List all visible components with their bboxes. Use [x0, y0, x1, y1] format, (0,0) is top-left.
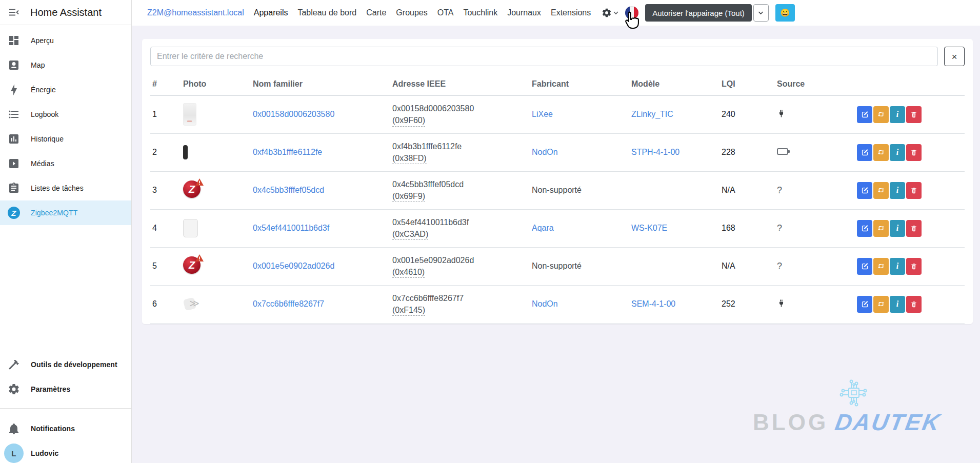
- device-name-link[interactable]: 0x00158d0006203580: [253, 110, 334, 118]
- delete-device-button[interactable]: [906, 144, 922, 161]
- sidebar-item-dev-tools[interactable]: Outils de développement: [0, 352, 131, 377]
- ieee-address: 0x00158d0006203580(0x9F60): [392, 103, 526, 127]
- info-icon: i: [896, 110, 898, 119]
- sidebar-item-notifications[interactable]: Notifications: [0, 416, 131, 441]
- edit-device-button[interactable]: [857, 182, 872, 199]
- device-photo-aqara-switch: [183, 219, 198, 237]
- table-row: 6 ≫ 0x7cc6b6fffe8267f7 0x7cc6b6fffe8267f…: [150, 285, 965, 323]
- dashboard-icon: [8, 34, 20, 47]
- hammer-icon: [8, 358, 20, 371]
- chart-icon: [8, 133, 20, 145]
- sidebar-item-apercu[interactable]: Aperçu: [0, 28, 131, 53]
- nav-item-ota[interactable]: OTA: [437, 8, 454, 17]
- source-battery-icon: [777, 148, 788, 155]
- network-address: (0x69F9): [392, 191, 425, 203]
- device-info-button[interactable]: i: [890, 220, 905, 237]
- col-model: Modèle: [629, 74, 719, 95]
- model-link[interactable]: ZLinky_TIC: [631, 110, 673, 118]
- sidebar-item-map[interactable]: Map: [0, 53, 131, 77]
- z2m-brand-link[interactable]: Z2M@homeassistant.local: [147, 8, 244, 17]
- reconfigure-device-button[interactable]: [873, 182, 889, 199]
- device-info-button[interactable]: i: [890, 144, 905, 161]
- device-photo-stph: [183, 145, 188, 159]
- sidebar-item-historique[interactable]: Historique: [0, 127, 131, 151]
- edit-device-button[interactable]: [857, 258, 872, 275]
- network-address: (0xF145): [392, 305, 425, 316]
- reconfigure-device-button[interactable]: [873, 144, 889, 161]
- menu-toggle-icon[interactable]: [8, 6, 20, 18]
- row-actions: i: [850, 296, 961, 313]
- reconfigure-device-button[interactable]: [873, 106, 889, 123]
- nav-item-journaux[interactable]: Journaux: [507, 8, 541, 17]
- ieee-address: 0x001e5e0902ad026d(0x4610): [392, 254, 526, 278]
- settings-dropdown[interactable]: [602, 8, 618, 18]
- chevron-down-icon: [613, 11, 618, 15]
- edit-device-button[interactable]: [857, 106, 872, 123]
- device-info-button[interactable]: i: [890, 296, 905, 313]
- ieee-address: 0xf4b3b1fffe6112fe(0x38FD): [392, 140, 526, 165]
- sidebar-item-user[interactable]: L Ludovic: [0, 441, 131, 463]
- device-info-button[interactable]: i: [890, 182, 905, 199]
- device-name-link[interactable]: 0x7cc6b6fffe8267f7: [253, 299, 324, 308]
- language-flag-fr[interactable]: [625, 6, 638, 19]
- delete-device-button[interactable]: [906, 296, 922, 313]
- model-link[interactable]: SEM-4-1-00: [631, 299, 675, 308]
- sidebar-item-zigbee2mqtt[interactable]: Z Zigbee2MQTT: [0, 200, 131, 225]
- theme-emoji-button[interactable]: 😄: [775, 4, 795, 22]
- vendor-link[interactable]: NodOn: [532, 148, 558, 156]
- sidebar-item-parametres[interactable]: Paramètres: [0, 377, 131, 401]
- vendor-unsupported: Non-supporté: [532, 186, 582, 194]
- source-plug-icon: [777, 111, 786, 120]
- col-num: #: [150, 74, 181, 95]
- clear-search-button[interactable]: ×: [944, 47, 965, 66]
- sidebar-item-logbook[interactable]: Logbook: [0, 102, 131, 127]
- delete-device-button[interactable]: [906, 258, 922, 275]
- reconfigure-device-button[interactable]: [873, 258, 889, 275]
- delete-device-button[interactable]: [906, 106, 922, 123]
- sidebar-item-medias[interactable]: Médias: [0, 151, 131, 176]
- edit-device-button[interactable]: [857, 144, 872, 161]
- nav-item-tableau-de-bord[interactable]: Tableau de bord: [297, 8, 356, 17]
- device-name-link[interactable]: 0xf4b3b1fffe6112fe: [253, 148, 322, 156]
- device-name-link[interactable]: 0x001e5e0902ad026d: [253, 261, 334, 270]
- table-header-row: # Photo Nom familier Adresse IEEE Fabric…: [150, 74, 965, 95]
- source-unknown: ?: [777, 185, 782, 195]
- model-link[interactable]: STPH-4-1-00: [631, 148, 679, 156]
- reconfigure-device-button[interactable]: [873, 220, 889, 237]
- model-link[interactable]: WS-K07E: [631, 224, 667, 232]
- zigbee2mqtt-panel: Z2M@homeassistant.local Appareils Tablea…: [132, 0, 980, 463]
- row-actions: i: [850, 258, 961, 275]
- chevron-down-icon: [758, 11, 764, 15]
- search-input[interactable]: [150, 47, 938, 66]
- delete-device-button[interactable]: [906, 220, 922, 237]
- edit-device-button[interactable]: [857, 296, 872, 313]
- permit-join-dropdown-button[interactable]: [753, 4, 769, 22]
- table-row: 2 0xf4b3b1fffe6112fe 0xf4b3b1fffe6112fe(…: [150, 133, 965, 171]
- vendor-link[interactable]: NodOn: [532, 299, 558, 308]
- map-person-icon: [8, 59, 20, 71]
- device-info-button[interactable]: i: [890, 258, 905, 275]
- delete-device-button[interactable]: [906, 182, 922, 199]
- vendor-link[interactable]: Aqara: [532, 224, 554, 232]
- nav-item-appareils[interactable]: Appareils: [254, 8, 288, 17]
- edit-device-button[interactable]: [857, 220, 872, 237]
- nav-item-groupes[interactable]: Groupes: [396, 8, 427, 17]
- user-name: Ludovic: [31, 449, 58, 457]
- nav-item-extensions[interactable]: Extensions: [551, 8, 591, 17]
- table-row: 1 0x00158d0006203580 0x00158d0006203580(…: [150, 95, 965, 133]
- permit-join-button[interactable]: Autoriser l'appairage (Tout): [645, 4, 752, 22]
- device-info-button[interactable]: i: [890, 106, 905, 123]
- reconfigure-device-button[interactable]: [873, 296, 889, 313]
- sidebar-item-listes-de-taches[interactable]: Listes de tâches: [0, 176, 131, 200]
- device-name-link[interactable]: 0x4c5bb3fffef05dcd: [253, 186, 324, 194]
- source-unknown: ?: [777, 223, 782, 233]
- sidebar-item-energie[interactable]: Énergie: [0, 77, 131, 102]
- nav-item-touchlink[interactable]: Touchlink: [463, 8, 497, 17]
- lqi-value: N/A: [719, 247, 775, 285]
- device-name-link[interactable]: 0x54ef4410011b6d3f: [253, 224, 329, 232]
- nav-item-carte[interactable]: Carte: [366, 8, 386, 17]
- model-empty: [629, 171, 719, 209]
- vendor-link[interactable]: LiXee: [532, 110, 553, 118]
- info-icon: i: [896, 186, 898, 195]
- device-photo-unsupported-zigbee-logo: Z: [183, 180, 203, 200]
